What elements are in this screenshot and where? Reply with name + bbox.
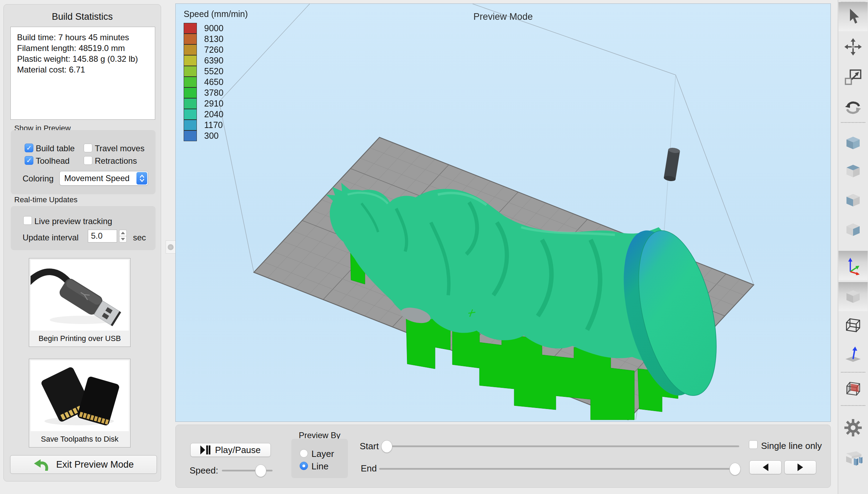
scale-icon [843,68,863,87]
single-line-only-checkbox[interactable] [749,440,758,449]
legend-entry: 5520 [184,66,248,77]
panel-splitter-handle[interactable] [166,240,176,254]
build-table-checkbox[interactable] [25,144,33,152]
legend-value: 6390 [197,56,224,66]
move-tool-button[interactable] [838,32,868,61]
show-in-preview-group: Build table Travel moves Toolhead Retrac… [11,130,156,194]
rotate-tool-button[interactable] [838,93,868,122]
legend-value: 7260 [197,45,224,55]
legend-swatch [184,130,197,141]
legend-value: 1170 [197,120,223,130]
legend-value: 300 [197,131,219,141]
legend-swatch [184,87,197,98]
stat-filament-length: Filament length: 48519.0 mm [17,43,149,53]
scale-tool-button[interactable] [838,63,868,92]
legend-entry: 6390 [184,55,248,66]
live-preview-checkbox[interactable] [23,216,32,225]
coloring-label: Coloring [23,174,53,184]
legend-entry: 9000 [184,23,248,34]
end-slider-thumb[interactable] [729,463,741,475]
legend-entry: 8130 [184,34,248,44]
cube-top-view-icon [843,161,863,181]
toolhead-label: Toolhead [36,156,69,166]
wireframe-cube-icon [843,315,863,335]
begin-printing-usb-button[interactable]: Begin Printing over USB [29,258,131,347]
speed-slider[interactable] [222,470,273,471]
speed-slider-thumb[interactable] [255,465,266,477]
toolbar-divider [841,372,865,373]
legend-swatch [184,44,197,55]
preview-by-group: Layer Line [291,439,348,478]
legend-swatch [184,120,197,130]
viewport-canvas[interactable] [176,4,831,422]
application-window: Build Statistics Build time: 7 hours 45 … [0,0,868,494]
usb-cable-image [31,260,129,331]
dropdown-chevrons-icon [136,172,147,185]
legend-value: 4650 [197,77,224,87]
view-side-button[interactable] [838,215,868,244]
select-tool-button[interactable] [838,2,868,31]
playback-bar: Play/Pause Speed: Preview By Layer Line … [175,425,831,488]
rotate-icon [843,98,863,117]
legend-entry: 7260 [184,44,248,55]
forward-icon [797,463,804,471]
legend-rows: 9000813072606390552046503780291020401170… [184,23,248,141]
start-slider-label: Start [360,441,379,452]
line-radio[interactable] [300,462,308,470]
preview-3d-viewport[interactable]: Preview Mode Speed (mm/min) 900081307260… [175,3,831,422]
splitter-grip-icon [168,244,174,250]
cursor-icon [843,7,863,26]
build-table-label: Build table [36,144,75,153]
coloring-value: Movement Speed [60,173,136,183]
step-forward-button[interactable] [784,460,816,474]
cube-front-view-icon [843,190,863,210]
gear-icon [843,418,863,437]
view-front-button[interactable] [838,186,868,215]
exit-button-label: Exit Preview Mode [56,459,134,470]
normals-view-button[interactable] [838,340,868,369]
retractions-checkbox[interactable] [84,156,92,165]
legend-value: 9000 [197,23,224,33]
legend-value: 2040 [197,109,224,119]
start-slider[interactable] [383,445,739,447]
layer-radio[interactable] [300,449,308,458]
live-preview-label: Live preview tracking [34,216,112,226]
wireframe-view-button[interactable] [838,310,868,340]
travel-moves-label: Travel moves [95,144,144,153]
cross-section-button[interactable] [838,374,868,403]
legend-value: 8130 [197,34,224,44]
solid-cube-icon [843,287,863,306]
update-interval-stepper[interactable] [119,230,127,242]
start-slider-thumb[interactable] [381,440,392,453]
travel-moves-checkbox[interactable] [84,144,92,152]
stat-plastic-weight: Plastic weight: 145.88 g (0.32 lb) [17,53,149,64]
view-top-button[interactable] [838,156,868,186]
stepper-up-icon[interactable] [119,230,127,236]
play-pause-button[interactable]: Play/Pause [190,443,271,457]
exit-preview-mode-button[interactable]: Exit Preview Mode [10,455,157,474]
supports-button[interactable] [838,442,868,471]
cube-side-view-icon [843,220,863,239]
xyz-axes-icon [843,256,863,275]
coloring-dropdown[interactable]: Movement Speed [59,171,148,186]
save-toolpaths-button[interactable]: Save Toolpaths to Disk [29,359,131,448]
step-backward-button[interactable] [749,460,782,474]
stepper-down-icon[interactable] [119,236,127,242]
update-interval-label: Update interval [23,233,78,242]
coordinate-axes-button[interactable] [838,251,868,280]
legend-swatch [184,98,197,109]
backward-icon [762,463,769,471]
end-slider[interactable] [379,468,741,470]
toolhead-checkbox[interactable] [25,156,33,165]
realtime-updates-group: Live preview tracking Update interval 5.… [11,206,156,250]
solid-view-button[interactable] [838,282,868,311]
update-interval-field[interactable]: 5.0 [88,230,117,242]
speed-slider-label: Speed: [190,465,218,476]
legend-swatch [184,77,197,87]
end-slider-label: End [361,463,377,474]
toolbar-divider [841,122,865,123]
view-default-button[interactable] [838,128,868,157]
preview-mode-title: Preview Mode [176,11,831,22]
usb-button-label: Begin Printing over USB [31,331,129,345]
settings-button[interactable] [838,413,868,442]
